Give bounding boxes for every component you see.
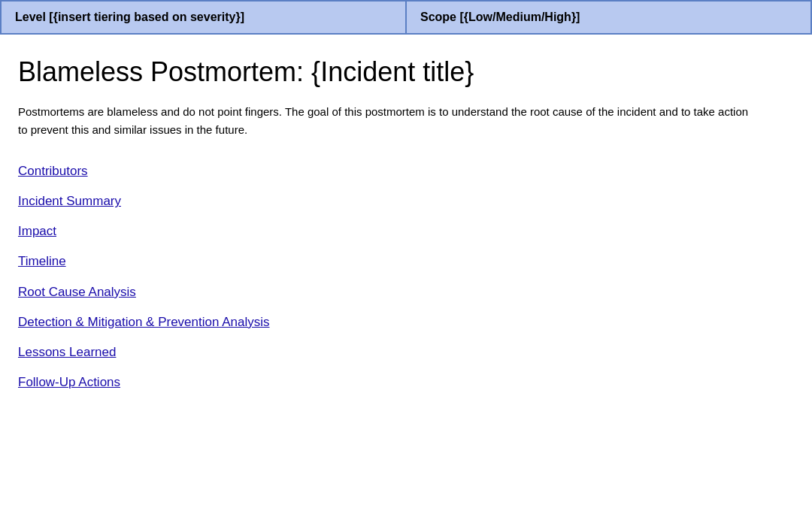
scope-cell: Scope [{Low/Medium/High}] xyxy=(406,1,811,34)
nav-link-contributors[interactable]: Contributors xyxy=(18,163,794,180)
nav-link-incident-summary[interactable]: Incident Summary xyxy=(18,193,794,210)
header-table: Level [{insert tiering based on severity… xyxy=(0,0,812,35)
nav-link-root-cause-analysis[interactable]: Root Cause Analysis xyxy=(18,284,794,301)
nav-link-timeline[interactable]: Timeline xyxy=(18,253,794,270)
navigation-links: ContributorsIncident SummaryImpactTimeli… xyxy=(18,163,794,391)
nav-link-lessons-learned[interactable]: Lessons Learned xyxy=(18,344,794,361)
page-description: Postmortems are blameless and do not poi… xyxy=(18,103,755,139)
nav-link-detection-mitigation[interactable]: Detection & Mitigation & Prevention Anal… xyxy=(18,314,794,331)
nav-link-impact[interactable]: Impact xyxy=(18,223,794,240)
page-title: Blameless Postmortem: {Incident title} xyxy=(18,56,794,88)
nav-link-follow-up-actions[interactable]: Follow-Up Actions xyxy=(18,374,794,391)
level-cell: Level [{insert tiering based on severity… xyxy=(1,1,406,34)
main-content: Blameless Postmortem: {Incident title} P… xyxy=(0,35,812,421)
